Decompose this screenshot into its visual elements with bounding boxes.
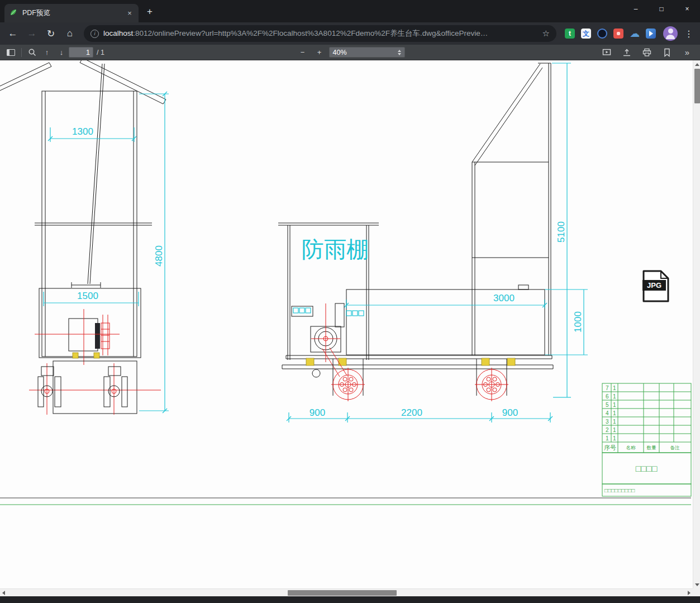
horizontal-scrollbar-thumb[interactable] (288, 590, 397, 596)
toolbar-divider (21, 48, 22, 57)
dim-2200-label: 2200 (401, 407, 422, 418)
svg-text:1: 1 (613, 410, 616, 416)
sidebar-toggle-icon (7, 49, 15, 56)
title-block-header-note: 备注 (670, 445, 680, 450)
browser-window: PDF预览 × + – □ × ← → ↻ ⌂ i localhost:8012… (0, 0, 700, 603)
pdf-page-content: 1300 4800 1500 (0, 60, 693, 588)
browser-menu-icon[interactable]: ⋮ (682, 29, 696, 39)
bookmark-button[interactable] (660, 46, 674, 59)
url-host: localhost (103, 29, 133, 37)
horizontal-scrollbar[interactable] (0, 588, 693, 596)
scroll-left-arrow[interactable] (0, 589, 7, 597)
window-bottom-edge (0, 596, 700, 603)
page-info-icon[interactable]: i (91, 30, 99, 38)
vertical-scrollbar[interactable] (693, 60, 700, 588)
zoom-controls: − + 40% (296, 46, 405, 59)
title-block-footer-text: □□□□□□□□□ (604, 487, 635, 493)
svg-text:1: 1 (613, 427, 616, 433)
svg-text:2: 2 (606, 427, 609, 433)
zoom-in-button[interactable]: + (312, 46, 327, 59)
presentation-mode-button[interactable] (599, 46, 614, 59)
bookmark-icon (663, 48, 672, 57)
title-block-header-qty: 数量 (647, 445, 657, 450)
tab-title: PDF预览 (22, 8, 121, 18)
dim-1300-label: 1300 (72, 126, 93, 137)
extension-icon-3[interactable] (597, 28, 608, 39)
profile-avatar[interactable] (663, 26, 678, 41)
sidebar-toggle-button[interactable] (3, 46, 18, 59)
dim-5100-label: 5100 (556, 221, 566, 243)
browser-tab[interactable]: PDF预览 × (4, 4, 139, 22)
bookmark-star-icon[interactable]: ☆ (542, 29, 550, 39)
vertical-scrollbar-thumb[interactable] (694, 69, 700, 103)
dim-900-left-label: 900 (309, 407, 325, 418)
forward-button[interactable]: → (23, 25, 40, 42)
window-close-button[interactable]: × (674, 0, 700, 18)
url-path: :8012/onlinePreview?url=http%3A%2F%2Floc… (133, 29, 488, 37)
open-file-button[interactable] (620, 46, 634, 59)
front-view: 1300 4800 1500 (0, 60, 169, 415)
select-spinner-icon (398, 50, 401, 55)
window-maximize-button[interactable]: □ (649, 0, 674, 18)
zoom-select[interactable]: 40% (329, 47, 405, 58)
svg-text:1: 1 (613, 385, 616, 391)
pdf-toolbar-right: » (599, 46, 697, 59)
dim-900-right-label: 900 (502, 407, 518, 418)
svg-text:1: 1 (613, 435, 616, 441)
zoom-out-button[interactable]: − (296, 46, 310, 59)
url-bar[interactable]: i localhost:8012/onlinePreview?url=http%… (84, 25, 556, 42)
extension-icon-5[interactable]: ☁ (629, 28, 640, 39)
url-text: localhost:8012/onlinePreview?url=http%3A… (103, 29, 538, 39)
dim-3000-label: 3000 (493, 293, 515, 303)
title-block-title-text: □□□□ (636, 464, 658, 473)
page-number-input[interactable] (69, 47, 93, 58)
tab-strip: PDF预览 × + – □ × (0, 0, 700, 22)
print-icon (642, 48, 651, 57)
reload-button[interactable]: ↻ (42, 25, 59, 42)
window-controls: – □ × (623, 0, 700, 18)
dim-1000-label: 1000 (573, 311, 583, 333)
side-view: 防雨棚 3000 (278, 63, 588, 422)
svg-text:1: 1 (606, 435, 609, 441)
tab-favicon-leaf-icon (9, 8, 18, 19)
print-button[interactable] (640, 46, 654, 59)
window-minimize-button[interactable]: – (623, 0, 649, 18)
svg-text:7: 7 (606, 385, 609, 391)
home-button[interactable]: ⌂ (61, 25, 78, 42)
find-next-button[interactable]: ↓ (54, 46, 69, 59)
open-file-icon (622, 48, 631, 57)
pdf-toolbar: ↑ ↓ / 1 − + 40% (0, 45, 700, 60)
zoom-value: 40% (333, 49, 398, 56)
scroll-up-arrow[interactable] (693, 60, 700, 68)
dim-4800-label: 4800 (154, 245, 164, 267)
extension-icon-4[interactable] (613, 28, 624, 39)
extension-icon-6[interactable] (645, 28, 656, 39)
svg-text:1: 1 (613, 419, 616, 425)
svg-text:1: 1 (613, 402, 616, 408)
search-icon (28, 48, 37, 57)
extension-icon-2[interactable]: 文 (580, 28, 592, 39)
title-block: 7 6 5 4 3 2 1 1 1 1 1 1 1 1 序号 名称 数量 备注 … (602, 383, 691, 496)
jpg-file-icon: JPG (642, 271, 668, 301)
find-previous-button[interactable]: ↑ (40, 46, 54, 59)
new-tab-button[interactable]: + (142, 4, 158, 20)
svg-text:3: 3 (606, 419, 609, 425)
scroll-down-arrow[interactable] (693, 581, 700, 588)
extension-icon-1[interactable]: t (564, 28, 575, 39)
svg-text:1: 1 (613, 393, 616, 400)
svg-text:6: 6 (606, 393, 609, 400)
jpg-label: JPG (647, 281, 661, 289)
title-block-header-name: 名称 (626, 445, 636, 450)
svg-text:4: 4 (606, 410, 609, 416)
scroll-right-arrow[interactable] (685, 589, 693, 597)
dim-1500-label: 1500 (77, 291, 98, 301)
page-count-label: / 1 (97, 49, 104, 56)
scrollbar-corner (693, 588, 700, 596)
more-tools-button[interactable]: » (680, 46, 694, 59)
extensions-area: t 文 ☁ (562, 28, 659, 39)
back-button[interactable]: ← (4, 25, 21, 42)
cad-drawing: 1300 4800 1500 (0, 60, 693, 588)
find-button[interactable] (25, 46, 40, 59)
browser-toolbar: ← → ↻ ⌂ i localhost:8012/onlinePreview?u… (0, 22, 700, 45)
tab-close-icon[interactable]: × (125, 9, 134, 18)
